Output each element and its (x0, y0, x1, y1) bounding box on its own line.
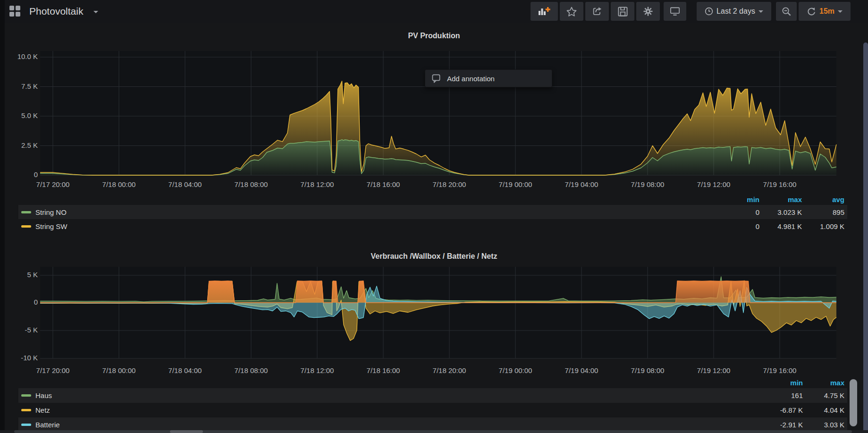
comment-bubble-icon (432, 74, 441, 83)
x-axis-tick: 7/19 16:00 (763, 366, 797, 374)
legend-row-string-sw: String SW04.981 K1.009 K (18, 219, 847, 233)
x-axis-tick: 7/18 12:00 (301, 366, 334, 374)
x-axis-tick: 7/19 00:00 (499, 180, 532, 188)
series-color-dash[interactable] (21, 225, 31, 228)
dashboard-grid-icon[interactable] (9, 6, 21, 17)
x-axis-tick: 7/19 08:00 (631, 180, 665, 188)
legend-header: minmaxavg (18, 194, 847, 205)
time-range-label: Last 2 days (716, 7, 755, 16)
series-label[interactable]: Netz (35, 406, 50, 414)
panel-title-pv-produktion[interactable]: PV Produktion (0, 32, 868, 40)
x-axis-tick: 7/18 16:00 (367, 180, 400, 188)
verbrauch-chart[interactable] (40, 267, 836, 358)
legend-row-string-no: String NO03.023 K895 (18, 205, 847, 219)
horizontal-scrollbar[interactable] (0, 430, 868, 433)
legend-value: 0 (717, 208, 759, 216)
legend-value: -6.87 K (761, 406, 803, 414)
left-edge-strip (0, 0, 5, 433)
y-axis-tick: 7.5 K (2, 82, 38, 90)
add-annotation-menu-item[interactable]: Add annotation (425, 69, 552, 87)
x-axis-tick: 7/19 04:00 (565, 180, 598, 188)
y-axis-tick: 0 (2, 170, 38, 178)
x-axis-tick: 7/18 04:00 (169, 180, 202, 188)
x-axis-tick: 7/19 08:00 (631, 366, 665, 374)
x-axis-tick: 7/18 04:00 (169, 366, 202, 374)
x-axis-tick: 7/18 08:00 (235, 180, 268, 188)
x-axis-tick: 7/18 20:00 (433, 366, 466, 374)
x-axis-tick: 7/18 20:00 (433, 180, 466, 188)
y-axis-tick: 0 (2, 298, 38, 306)
legend-value: 3.03 K (803, 421, 844, 429)
add-panel-button[interactable] (531, 2, 558, 21)
legend-scrollbar-thumb[interactable] (850, 379, 857, 426)
series-color-dash[interactable] (21, 394, 31, 397)
x-axis-tick: 7/19 00:00 (499, 366, 532, 374)
y-axis-tick: -10 K (2, 354, 38, 362)
legend-value: 4.981 K (759, 222, 802, 230)
vertical-scrollbar[interactable] (863, 42, 868, 433)
series-label[interactable]: String SW (35, 222, 67, 230)
legend-value: 3.023 K (759, 208, 802, 216)
series-label[interactable]: Haus (35, 391, 52, 399)
x-axis-tick: 7/18 00:00 (102, 366, 136, 374)
navbar: Photovoltaik (0, 0, 868, 23)
save-icon (618, 7, 628, 17)
legend-header: minmax (18, 377, 847, 388)
legend-value: 0 (717, 222, 759, 230)
caret-down-icon (838, 10, 843, 13)
x-axis-tick: 7/18 12:00 (301, 180, 334, 188)
y-axis-tick: -5 K (2, 326, 38, 334)
share-icon (592, 6, 602, 17)
x-axis-tick: 7/17 20:00 (36, 180, 70, 188)
y-axis-tick: 10.0 K (2, 52, 38, 60)
save-button[interactable] (611, 2, 634, 21)
x-axis-tick: 7/19 12:00 (697, 180, 731, 188)
legend-sort-min[interactable]: min (761, 379, 803, 387)
y-axis-tick: 5 K (2, 271, 38, 279)
dashboard-title[interactable]: Photovoltaik (29, 0, 83, 23)
series-color-dash[interactable] (21, 211, 31, 213)
x-axis-tick: 7/17 20:00 (36, 366, 70, 374)
x-axis-tick: 7/18 00:00 (102, 180, 136, 188)
gear-icon (643, 6, 653, 17)
legend-sort-min[interactable]: min (717, 195, 759, 204)
star-button[interactable] (560, 2, 583, 21)
legend-value: 4.04 K (803, 406, 844, 414)
series-label[interactable]: String NO (35, 208, 67, 216)
y-axis-tick: 2.5 K (2, 141, 38, 149)
series-label[interactable]: Batterie (35, 421, 60, 429)
star-icon (566, 7, 577, 17)
series-color-dash[interactable] (21, 424, 31, 426)
legend-value: 4.75 K (803, 391, 844, 399)
zoom-out-button[interactable] (776, 2, 797, 21)
y-axis-tick: 5.0 K (2, 111, 38, 119)
x-axis-tick: 7/18 16:00 (367, 366, 400, 374)
legend-value: 161 (761, 391, 803, 399)
legend-value: 895 (802, 208, 844, 216)
legend-value: -2.91 K (761, 421, 803, 429)
settings-button[interactable] (636, 2, 660, 21)
x-axis-tick: 7/19 16:00 (763, 180, 797, 188)
tv-mode-button[interactable] (664, 2, 686, 21)
refresh-icon (807, 7, 816, 16)
x-axis-tick: 7/19 04:00 (565, 366, 598, 374)
caret-down-icon[interactable] (93, 11, 98, 13)
legend-row-netz: Netz-6.87 K4.04 K (18, 403, 847, 417)
legend-sort-max[interactable]: max (803, 379, 844, 387)
clock-icon (705, 7, 713, 16)
zoom-out-icon (782, 7, 792, 17)
tv-icon (670, 7, 680, 16)
series-color-dash[interactable] (21, 409, 31, 411)
time-range-picker[interactable]: Last 2 days (697, 2, 771, 21)
share-button[interactable] (585, 2, 609, 21)
x-axis-tick: 7/18 08:00 (235, 366, 268, 374)
horizontal-scrollbar-mark (170, 430, 203, 433)
legend-sort-max[interactable]: max (759, 195, 802, 204)
add-annotation-label: Add annotation (447, 75, 495, 83)
horizontal-scrollbar-thumb[interactable] (14, 430, 852, 433)
panel-title-verbrauch[interactable]: Verbrauch /Wallbox / Batterie / Netz (0, 252, 868, 261)
legend-sort-avg[interactable]: avg (802, 195, 844, 204)
refresh-button[interactable]: 15m (799, 2, 851, 21)
legend-row-haus: Haus1614.75 K (18, 388, 847, 403)
legend-value: 1.009 K (802, 222, 844, 230)
